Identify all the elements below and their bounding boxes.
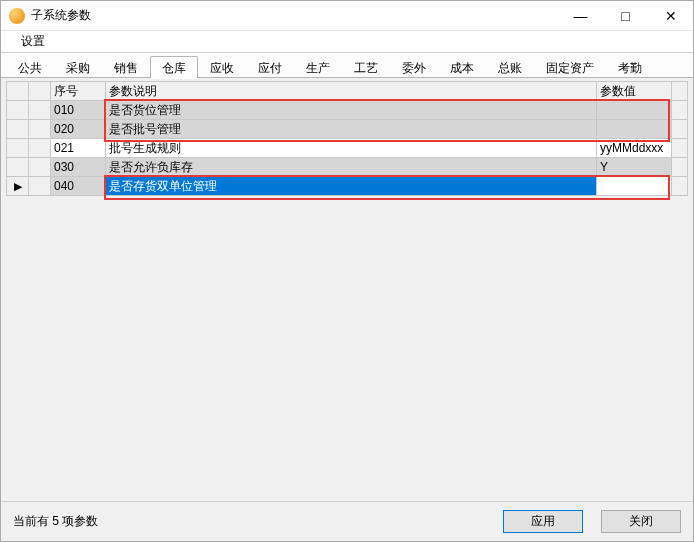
cell-seq[interactable]: 020 [51, 120, 106, 139]
col-desc-header[interactable]: 参数说明 [106, 82, 597, 101]
tab-cb[interactable]: 成本 [438, 56, 486, 78]
tab-yf[interactable]: 应付 [246, 56, 294, 78]
table-row[interactable]: 020是否批号管理 [7, 120, 688, 139]
current-row-indicator-icon: ▶ [10, 177, 25, 195]
tab-gg[interactable]: 公共 [6, 56, 54, 78]
cell-desc[interactable]: 是否存货双单位管理 [106, 177, 597, 196]
row-gutter [29, 177, 51, 196]
row-marker [7, 101, 29, 120]
tab-zz[interactable]: 总账 [486, 56, 534, 78]
table-header-row: 序号 参数说明 参数值 [7, 82, 688, 101]
cell-val[interactable] [597, 101, 672, 120]
tab-gdzc[interactable]: 固定资产 [534, 56, 606, 78]
table-row[interactable]: 010是否货位管理 [7, 101, 688, 120]
cell-desc[interactable]: 是否货位管理 [106, 101, 597, 120]
tab-ys[interactable]: 应收 [198, 56, 246, 78]
table-row[interactable]: 030是否允许负库存Y [7, 158, 688, 177]
menu-settings[interactable]: 设置 [15, 31, 51, 52]
cell-val[interactable]: Y [597, 158, 672, 177]
row-marker [7, 139, 29, 158]
row-gutter [29, 120, 51, 139]
titlebar: 子系统参数 — □ ✕ [1, 1, 693, 31]
col-gutter-header [29, 82, 51, 101]
cell-desc[interactable]: 是否允许负库存 [106, 158, 597, 177]
status-text: 当前有 5 项参数 [13, 513, 503, 530]
cell-val[interactable] [597, 177, 672, 196]
row-marker [7, 120, 29, 139]
cell-val[interactable] [597, 120, 672, 139]
cell-tail [672, 158, 688, 177]
cell-seq[interactable]: 010 [51, 101, 106, 120]
menubar: 设置 [1, 31, 693, 53]
row-marker: ▶ [7, 177, 29, 196]
window-controls: — □ ✕ [558, 1, 693, 30]
close-button[interactable]: 关闭 [601, 510, 681, 533]
footer: 当前有 5 项参数 应用 关闭 [1, 501, 693, 541]
window-title: 子系统参数 [31, 7, 558, 24]
tab-ck[interactable]: 仓库 [150, 56, 198, 78]
cell-desc[interactable]: 是否批号管理 [106, 120, 597, 139]
parameter-grid[interactable]: 序号 参数说明 参数值 010是否货位管理020是否批号管理021批号生成规则y… [6, 81, 688, 498]
content-area: 序号 参数说明 参数值 010是否货位管理020是否批号管理021批号生成规则y… [1, 78, 693, 501]
col-seq-header[interactable]: 序号 [51, 82, 106, 101]
cell-tail [672, 139, 688, 158]
cell-seq[interactable]: 030 [51, 158, 106, 177]
minimize-button[interactable]: — [558, 1, 603, 30]
tabbar: 公共采购销售仓库应收应付生产工艺委外成本总账固定资产考勤 [1, 53, 693, 78]
tab-xs[interactable]: 销售 [102, 56, 150, 78]
maximize-button[interactable]: □ [603, 1, 648, 30]
apply-button[interactable]: 应用 [503, 510, 583, 533]
tab-gy[interactable]: 工艺 [342, 56, 390, 78]
cell-seq[interactable]: 021 [51, 139, 106, 158]
tab-ww[interactable]: 委外 [390, 56, 438, 78]
row-gutter [29, 101, 51, 120]
tab-sc[interactable]: 生产 [294, 56, 342, 78]
close-window-button[interactable]: ✕ [648, 1, 693, 30]
row-gutter [29, 158, 51, 177]
col-val-header[interactable]: 参数值 [597, 82, 672, 101]
cell-desc[interactable]: 批号生成规则 [106, 139, 597, 158]
table-row[interactable]: ▶040是否存货双单位管理 [7, 177, 688, 196]
col-marker-header [7, 82, 29, 101]
cell-val[interactable]: yyMMddxxx [597, 139, 672, 158]
col-tail-header [672, 82, 688, 101]
app-icon [9, 8, 25, 24]
row-marker [7, 158, 29, 177]
tab-cg[interactable]: 采购 [54, 56, 102, 78]
table-row[interactable]: 021批号生成规则yyMMddxxx [7, 139, 688, 158]
cell-tail [672, 120, 688, 139]
tab-kq[interactable]: 考勤 [606, 56, 654, 78]
row-gutter [29, 139, 51, 158]
cell-tail [672, 101, 688, 120]
cell-tail [672, 177, 688, 196]
cell-seq[interactable]: 040 [51, 177, 106, 196]
